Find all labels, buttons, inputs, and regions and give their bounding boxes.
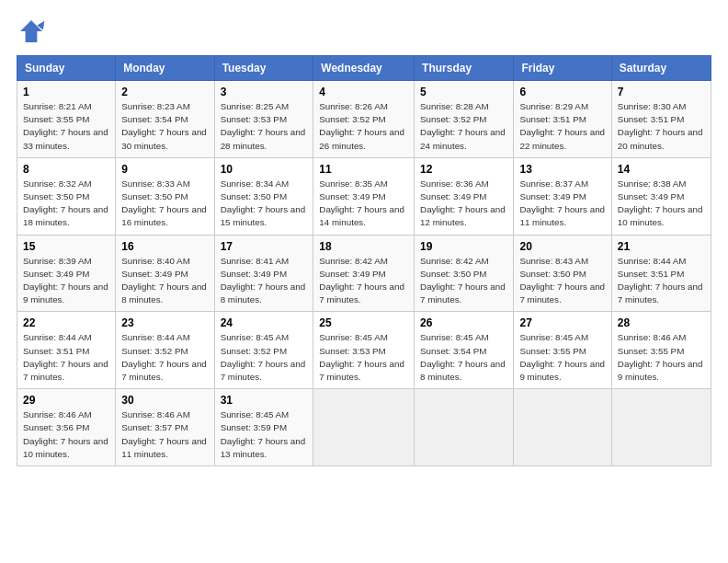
day-number: 15 (23, 240, 109, 253)
calendar-cell: 10Sunrise: 8:34 AMSunset: 3:50 PMDayligh… (214, 157, 313, 235)
calendar-cell: 1Sunrise: 8:21 AMSunset: 3:55 PMDaylight… (17, 81, 116, 158)
calendar-cell: 19Sunrise: 8:42 AMSunset: 3:50 PMDayligh… (415, 235, 514, 312)
day-detail: Sunrise: 8:45 AMSunset: 3:59 PMDaylight:… (221, 409, 306, 459)
day-detail: Sunrise: 8:46 AMSunset: 3:56 PMDaylight:… (23, 409, 108, 459)
day-detail: Sunrise: 8:46 AMSunset: 3:55 PMDaylight:… (618, 332, 703, 382)
day-number: 2 (121, 86, 208, 98)
calendar-cell: 3Sunrise: 8:25 AMSunset: 3:53 PMDaylight… (214, 81, 313, 158)
day-number: 16 (121, 240, 208, 253)
calendar-cell: 5Sunrise: 8:28 AMSunset: 3:52 PMDaylight… (415, 81, 514, 158)
day-detail: Sunrise: 8:45 AMSunset: 3:53 PMDaylight:… (319, 332, 404, 382)
day-number: 22 (23, 316, 109, 329)
day-detail: Sunrise: 8:45 AMSunset: 3:54 PMDaylight:… (420, 332, 506, 382)
day-number: 23 (121, 316, 208, 329)
day-number: 17 (221, 240, 308, 253)
weekday-header-row: SundayMondayTuesdayWednesdayThursdayFrid… (17, 56, 711, 81)
calendar-cell: 8Sunrise: 8:32 AMSunset: 3:50 PMDaylight… (17, 157, 116, 235)
day-number: 12 (420, 163, 507, 176)
day-detail: Sunrise: 8:32 AMSunset: 3:50 PMDaylight:… (23, 178, 108, 228)
logo-icon (17, 17, 46, 46)
day-detail: Sunrise: 8:25 AMSunset: 3:53 PMDaylight:… (221, 101, 306, 151)
day-detail: Sunrise: 8:44 AMSunset: 3:52 PMDaylight:… (121, 332, 207, 382)
day-detail: Sunrise: 8:44 AMSunset: 3:51 PMDaylight:… (23, 332, 108, 382)
calendar-cell: 14Sunrise: 8:38 AMSunset: 3:49 PMDayligh… (611, 157, 711, 235)
calendar-cell: 2Sunrise: 8:23 AMSunset: 3:54 PMDaylight… (116, 81, 214, 158)
day-number: 18 (319, 240, 408, 253)
day-number: 29 (23, 394, 109, 407)
day-detail: Sunrise: 8:35 AMSunset: 3:49 PMDaylight:… (319, 178, 404, 228)
day-detail: Sunrise: 8:29 AMSunset: 3:51 PMDaylight:… (519, 101, 605, 151)
day-number: 1 (23, 86, 109, 98)
calendar-cell (415, 389, 514, 466)
calendar-cell (611, 389, 711, 466)
day-number: 8 (23, 163, 109, 176)
calendar-cell: 23Sunrise: 8:44 AMSunset: 3:52 PMDayligh… (116, 312, 214, 389)
week-row-2: 8Sunrise: 8:32 AMSunset: 3:50 PMDaylight… (17, 157, 711, 235)
day-number: 4 (319, 86, 408, 98)
calendar-cell: 16Sunrise: 8:40 AMSunset: 3:49 PMDayligh… (116, 235, 214, 312)
day-number: 19 (420, 240, 507, 253)
day-number: 28 (618, 316, 705, 329)
day-detail: Sunrise: 8:26 AMSunset: 3:52 PMDaylight:… (319, 101, 404, 151)
day-detail: Sunrise: 8:36 AMSunset: 3:49 PMDaylight:… (420, 178, 506, 228)
day-detail: Sunrise: 8:44 AMSunset: 3:51 PMDaylight:… (618, 256, 703, 305)
day-number: 14 (618, 163, 705, 176)
calendar-cell: 20Sunrise: 8:43 AMSunset: 3:50 PMDayligh… (514, 235, 611, 312)
day-detail: Sunrise: 8:43 AMSunset: 3:50 PMDaylight:… (519, 256, 605, 305)
week-row-5: 29Sunrise: 8:46 AMSunset: 3:56 PMDayligh… (17, 389, 711, 466)
calendar-cell: 4Sunrise: 8:26 AMSunset: 3:52 PMDaylight… (313, 81, 415, 158)
day-detail: Sunrise: 8:21 AMSunset: 3:55 PMDaylight:… (23, 101, 108, 151)
day-number: 30 (121, 394, 208, 407)
weekday-monday: Monday (116, 56, 214, 81)
calendar-cell: 13Sunrise: 8:37 AMSunset: 3:49 PMDayligh… (514, 157, 611, 235)
calendar-cell: 7Sunrise: 8:30 AMSunset: 3:51 PMDaylight… (611, 81, 711, 158)
day-detail: Sunrise: 8:37 AMSunset: 3:49 PMDaylight:… (519, 178, 605, 228)
day-detail: Sunrise: 8:28 AMSunset: 3:52 PMDaylight:… (420, 101, 506, 151)
calendar-cell: 25Sunrise: 8:45 AMSunset: 3:53 PMDayligh… (313, 312, 415, 389)
day-number: 21 (618, 240, 705, 253)
logo (17, 17, 50, 46)
week-row-1: 1Sunrise: 8:21 AMSunset: 3:55 PMDaylight… (17, 81, 711, 158)
calendar-cell: 24Sunrise: 8:45 AMSunset: 3:52 PMDayligh… (214, 312, 313, 389)
day-detail: Sunrise: 8:41 AMSunset: 3:49 PMDaylight:… (221, 256, 306, 305)
day-number: 26 (420, 316, 507, 329)
calendar-cell: 27Sunrise: 8:45 AMSunset: 3:55 PMDayligh… (514, 312, 611, 389)
calendar-cell: 9Sunrise: 8:33 AMSunset: 3:50 PMDaylight… (116, 157, 214, 235)
week-row-3: 15Sunrise: 8:39 AMSunset: 3:49 PMDayligh… (17, 235, 711, 312)
weekday-tuesday: Tuesday (214, 56, 313, 81)
day-number: 24 (221, 316, 308, 329)
weekday-wednesday: Wednesday (313, 56, 415, 81)
day-number: 31 (221, 394, 308, 407)
day-detail: Sunrise: 8:40 AMSunset: 3:49 PMDaylight:… (121, 256, 207, 305)
page: SundayMondayTuesdayWednesdayThursdayFrid… (0, 0, 728, 563)
calendar-cell (514, 389, 611, 466)
calendar-cell: 11Sunrise: 8:35 AMSunset: 3:49 PMDayligh… (313, 157, 415, 235)
calendar-cell: 30Sunrise: 8:46 AMSunset: 3:57 PMDayligh… (116, 389, 214, 466)
calendar-table: SundayMondayTuesdayWednesdayThursdayFrid… (17, 55, 711, 466)
day-detail: Sunrise: 8:34 AMSunset: 3:50 PMDaylight:… (221, 178, 306, 228)
header (17, 17, 711, 46)
day-number: 10 (221, 163, 308, 176)
day-number: 25 (319, 316, 408, 329)
day-detail: Sunrise: 8:33 AMSunset: 3:50 PMDaylight:… (121, 178, 207, 228)
calendar-cell: 21Sunrise: 8:44 AMSunset: 3:51 PMDayligh… (611, 235, 711, 312)
day-detail: Sunrise: 8:42 AMSunset: 3:50 PMDaylight:… (420, 256, 506, 305)
calendar-cell (313, 389, 415, 466)
day-detail: Sunrise: 8:30 AMSunset: 3:51 PMDaylight:… (618, 101, 703, 151)
week-row-4: 22Sunrise: 8:44 AMSunset: 3:51 PMDayligh… (17, 312, 711, 389)
day-detail: Sunrise: 8:45 AMSunset: 3:55 PMDaylight:… (519, 332, 605, 382)
day-number: 7 (618, 86, 705, 98)
day-number: 27 (519, 316, 605, 329)
calendar-cell: 17Sunrise: 8:41 AMSunset: 3:49 PMDayligh… (214, 235, 313, 312)
day-number: 3 (221, 86, 308, 98)
day-detail: Sunrise: 8:45 AMSunset: 3:52 PMDaylight:… (221, 332, 306, 382)
day-detail: Sunrise: 8:46 AMSunset: 3:57 PMDaylight:… (121, 409, 207, 459)
weekday-saturday: Saturday (611, 56, 711, 81)
day-number: 9 (121, 163, 208, 176)
calendar-cell: 22Sunrise: 8:44 AMSunset: 3:51 PMDayligh… (17, 312, 116, 389)
day-detail: Sunrise: 8:39 AMSunset: 3:49 PMDaylight:… (23, 256, 108, 305)
weekday-sunday: Sunday (17, 56, 116, 81)
weekday-friday: Friday (514, 56, 611, 81)
day-number: 11 (319, 163, 408, 176)
day-number: 20 (519, 240, 605, 253)
